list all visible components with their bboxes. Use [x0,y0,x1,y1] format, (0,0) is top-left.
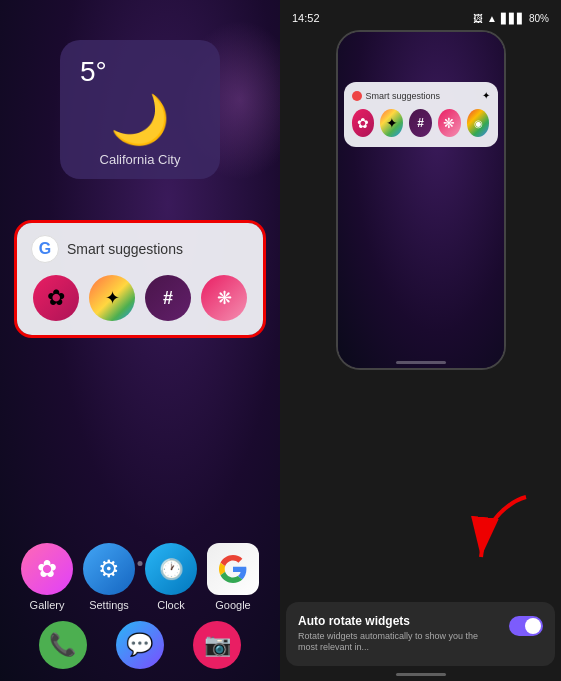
camera-app-icon[interactable]: 📷 [193,621,241,669]
weather-widget[interactable]: 5° 🌙 California City [60,40,220,179]
dock-label-gallery: Gallery [30,599,65,611]
phone-ss-title: Smart suggestions [366,91,441,101]
battery-percentage: 80% [529,13,549,24]
weather-temperature: 5° [80,56,200,88]
app-icon-pink[interactable]: ❋ [201,275,247,321]
weather-moon-icon: 🌙 [80,92,200,148]
settings-icon: ⚙ [83,543,135,595]
dock-label-settings: Settings [89,599,129,611]
google-g-logo: G [31,235,59,263]
google-logo-svg [219,555,247,583]
status-icons: 🖼 ▲ ▋▋▋ 80% [473,13,549,24]
bottom-app-bar: 📞 💬 📷 [0,621,280,669]
auto-rotate-text: Auto rotate widgets Rotate widgets autom… [298,614,499,654]
phone-ss-apps: ✿ ✦ # ❋ ◉ [352,109,490,137]
screenshot-icon: 🖼 [473,13,483,24]
smart-suggestions-highlight: G Smart suggestions ✿ ✦ # ❋ [14,220,266,338]
google-icon [207,543,259,595]
dock-row: ✿ Gallery ⚙ Settings 🕐 Clock [16,543,264,611]
app-icon-gallery[interactable]: ✿ [33,275,79,321]
phone-app-pink: ❋ [438,109,461,137]
signal-icon: ▋▋▋ [501,13,525,24]
app-dock: ✿ Gallery ⚙ Settings 🕐 Clock [0,543,280,611]
wifi-icon: ▲ [487,13,497,24]
smart-suggestions-title: Smart suggestions [67,241,183,257]
smart-suggestions-header: G Smart suggestions [31,235,249,263]
app-icon-slack[interactable]: # [145,275,191,321]
phone-app-gallery: ✿ [352,109,375,137]
phone-ss-dot [352,91,362,101]
phone-app-photos: ✦ [380,109,403,137]
phone-frame: Smart suggestions ✦ ✿ ✦ # ❋ [336,30,506,370]
dock-item-gallery[interactable]: ✿ Gallery [21,543,73,611]
app-icon-photos[interactable]: ✦ [89,275,135,321]
auto-rotate-toggle[interactable] [509,616,543,636]
toggle-knob [525,618,541,634]
phone-home-bar [396,361,446,364]
clock-icon: 🕐 [145,543,197,595]
dock-item-google[interactable]: Google [207,543,259,611]
phone-screen: Smart suggestions ✦ ✿ ✦ # ❋ [338,32,504,368]
auto-rotate-title: Auto rotate widgets [298,614,499,628]
auto-rotate-card: Auto rotate widgets Rotate widgets autom… [286,602,555,666]
auto-rotate-description: Rotate widgets automatically to show you… [298,631,499,654]
phone-ss-header: Smart suggestions ✦ [352,90,490,101]
smart-suggestions-apps: ✿ ✦ # ❋ [31,275,249,321]
weather-city: California City [80,152,200,167]
dock-item-settings[interactable]: ⚙ Settings [83,543,135,611]
phone-ss-sparkle-icon: ✦ [482,90,490,101]
phone-app-icon[interactable]: 📞 [39,621,87,669]
dock-label-clock: Clock [157,599,185,611]
right-status-bar: 14:52 🖼 ▲ ▋▋▋ 80% [280,6,561,30]
status-time: 14:52 [292,12,320,24]
red-arrow [471,487,541,581]
phone-smart-suggestions: Smart suggestions ✦ ✿ ✦ # ❋ [344,82,498,147]
left-panel: 5° 🌙 California City G Smart suggestions… [0,0,280,681]
messages-app-icon[interactable]: 💬 [116,621,164,669]
dock-label-google: Google [215,599,250,611]
home-bar [396,673,446,676]
smart-suggestions-widget[interactable]: G Smart suggestions ✿ ✦ # ❋ [17,223,263,335]
phone-app-chrome: ◉ [467,109,490,137]
arrow-svg [471,487,541,577]
dock-item-clock[interactable]: 🕐 Clock [145,543,197,611]
gallery-icon: ✿ [21,543,73,595]
right-panel: 14:52 🖼 ▲ ▋▋▋ 80% Smart suggestions ✦ ✿ [280,0,561,681]
phone-app-slack: # [409,109,432,137]
